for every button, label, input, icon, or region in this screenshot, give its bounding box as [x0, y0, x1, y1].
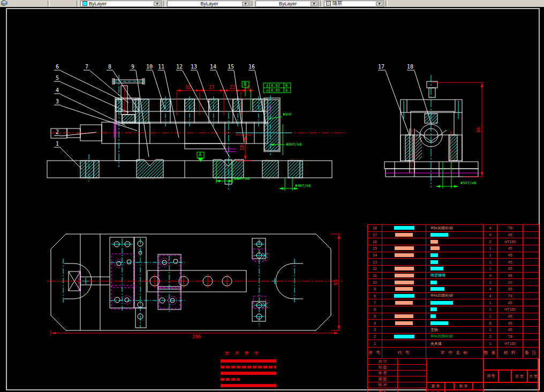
plan-width-dim: 296	[192, 334, 201, 340]
part-label-12: 12	[176, 64, 183, 70]
lineweight-value: ByLayer	[279, 1, 297, 6]
make-layer-current-button[interactable]	[51, 1, 63, 7]
redacted-text-bar	[221, 372, 276, 375]
plan-view: 296 95	[47, 234, 343, 340]
part-label-14: 14	[210, 64, 216, 70]
fcf2-datum: A	[285, 88, 288, 93]
header-material: 材 料	[497, 346, 523, 358]
side-dia-dim: Φ5H7/m6	[460, 181, 477, 185]
layers-icon	[0, 0, 9, 6]
toolbar-separator	[386, 1, 388, 6]
redacted-salmon-bar	[395, 287, 413, 291]
lineweight-combo[interactable]: ByLayer ▾	[255, 1, 319, 7]
chevron-down-icon[interactable]: ▾	[154, 2, 161, 6]
tech-req-title: 技 术 要 求	[225, 350, 285, 356]
titleblock-label: 描 图	[368, 376, 398, 382]
table-row: 5145	[368, 313, 539, 320]
header-no: 序 号	[368, 346, 382, 358]
scale-value	[445, 390, 483, 392]
org-cell	[483, 359, 539, 370]
cad-window: ByLayer ▾ ByLayer ▾ ByLayer ▾ 随层 ▾	[0, 0, 544, 392]
redacted-cyan-bar	[430, 233, 448, 237]
weight-value	[445, 382, 454, 390]
table-row: 12145	[368, 266, 539, 273]
part-label-16: 16	[248, 64, 255, 70]
redacted-cyan-bar	[430, 260, 438, 264]
redacted-cyan-bar	[430, 287, 444, 291]
part-label-15: 15	[228, 64, 234, 70]
part-label-11: 11	[158, 64, 164, 70]
redacted-salmon-bar	[430, 240, 438, 244]
redacted-salmon-bar	[395, 301, 413, 305]
table-row: 10220	[368, 279, 539, 286]
part-label-2: 2	[56, 129, 59, 135]
dim-22: 22	[230, 85, 236, 90]
redacted-salmon-bar	[395, 274, 414, 277]
datum-a-label: A	[199, 153, 202, 157]
toolbar-separator	[77, 1, 79, 6]
dim-32: 32	[185, 85, 191, 90]
fcf1-value: 0.02	[271, 84, 280, 88]
dia-dim-4: Φ4H7/k6	[295, 184, 311, 188]
table-row: 7145	[368, 299, 539, 306]
redacted-text-bar	[221, 359, 276, 363]
titleblock-row: 校 对	[368, 382, 426, 388]
titleblock-label: 校 对	[368, 382, 398, 388]
qty-value	[473, 382, 483, 390]
fcf1-symbol: ∥	[266, 84, 268, 88]
chevron-down-icon[interactable]: ▾	[311, 2, 318, 6]
redacted-cyan-bar	[430, 301, 453, 305]
redacted-text-line	[221, 378, 240, 381]
layer-states-button[interactable]	[63, 1, 75, 7]
chevron-down-icon[interactable]: ▾	[376, 2, 383, 6]
redacted-cyan-bar	[430, 314, 436, 318]
drawing-canvas[interactable]: 32 27 22 18 18	[0, 7, 544, 392]
header-name: 零 件 名 称	[426, 346, 483, 358]
linetype-value: ByLayer	[200, 1, 218, 6]
part-label-8: 8	[108, 64, 111, 70]
fcf1-datum: B	[285, 84, 288, 88]
technical-requirements: 技 术 要 求	[221, 350, 285, 387]
toolbar-separator	[320, 1, 322, 6]
qty-label: 数 量	[454, 382, 473, 390]
titleblock-value	[398, 365, 426, 370]
redacted-salmon-bar	[395, 267, 414, 270]
linetype-combo[interactable]: ByLayer ▾	[167, 1, 250, 7]
redacted-salmon-bar	[395, 233, 413, 237]
titleblock-value	[398, 382, 426, 388]
drawing-name-cell	[426, 359, 483, 382]
plotstyle-combo[interactable]: 随层 ▾	[324, 1, 384, 7]
dia-dim-3: Φ6H7/m6	[234, 177, 250, 181]
redacted-salmon-bar	[395, 246, 414, 250]
titleblock-value	[398, 359, 426, 364]
titleblock-row: 描 图	[368, 376, 426, 382]
table-row: 15145	[368, 245, 539, 252]
part-label-17: 17	[378, 64, 384, 70]
redacted-cyan-bar	[430, 321, 448, 325]
chevron-down-icon[interactable]: ▾	[242, 2, 249, 6]
redacted-cyan-bar	[430, 267, 443, 270]
redacted-salmon-bar	[395, 253, 414, 257]
page-label: 第 页	[511, 370, 527, 382]
fcf2-symbol: ◎	[266, 88, 269, 93]
table-row: 14145	[368, 252, 539, 259]
titleblock-value	[398, 371, 426, 376]
layer-color-swatch	[82, 1, 87, 6]
part-label-10: 10	[146, 64, 153, 70]
table-row: 18Φ5x30圆柱销4T8	[368, 225, 539, 232]
part-label-18: 18	[407, 64, 413, 70]
layer-color-value: ByLayer	[89, 1, 107, 6]
table-row: 3主轴145	[368, 327, 539, 334]
datum-b-label: B	[244, 82, 247, 87]
table-row: 17445	[368, 232, 539, 239]
total-label: 共 页	[527, 370, 539, 382]
toolbar-separator	[48, 1, 50, 6]
toolbar: ByLayer ▾ ByLayer ▾ ByLayer ▾ 随层 ▾	[0, 0, 544, 7]
dim-18-vertical: 18	[239, 145, 245, 151]
layer-color-combo[interactable]: ByLayer ▾	[80, 1, 162, 7]
table-row: 4645	[368, 320, 539, 327]
titleblock-label: 制 图	[368, 365, 398, 370]
header-qty: 数 量	[483, 346, 497, 358]
redacted-cyan-bar	[430, 307, 437, 311]
redacted-cyan-bar	[394, 294, 414, 298]
